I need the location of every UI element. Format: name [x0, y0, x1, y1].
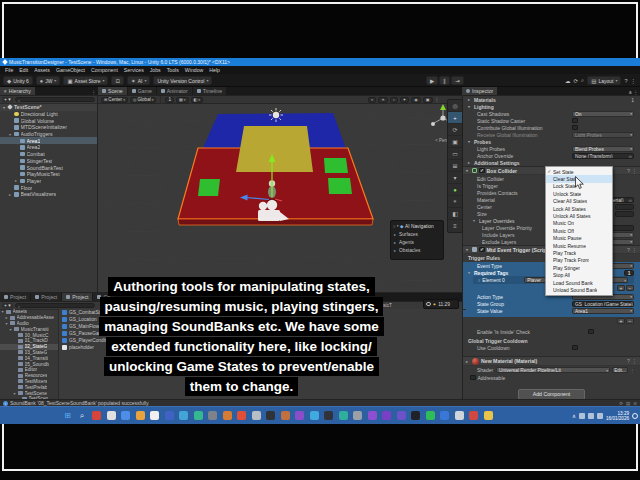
play-button[interactable]: ▶	[426, 76, 438, 85]
snap-settings-icon[interactable]: ▾	[448, 172, 462, 184]
menu-item-unlock-all-states[interactable]: Unlock All States	[546, 212, 612, 219]
taskbar-app-icon[interactable]	[455, 411, 464, 420]
mute-icon[interactable]: ⊘	[633, 401, 637, 406]
green-pad[interactable]	[198, 179, 220, 196]
project-file-gs-pausegame[interactable]: GS_PauseGame	[59, 330, 462, 337]
ai-navigation-overlay[interactable]: ≡ ▾ ◆ AI Navigation ▸Surfaces ▸Agents ▸O…	[390, 220, 444, 260]
hierarchy-item-testscene-[interactable]: ▾TestScene*	[0, 104, 97, 111]
pivot-button[interactable]: ⊞Center▾	[101, 97, 128, 103]
tray-network-icon[interactable]	[588, 413, 594, 419]
unity-hub-button[interactable]: ◆Unity 6	[3, 76, 33, 85]
kebab-menu-icon[interactable]: ⋮	[92, 90, 97, 95]
taskbar-app-icon[interactable]	[252, 411, 261, 420]
tab-hierarchy[interactable]: ≡Hierarchy	[0, 87, 36, 95]
box-collider-enabled-checkbox[interactable]: ✓	[479, 168, 485, 174]
taskbar-app-icon[interactable]	[368, 411, 377, 420]
taskbar-app-icon[interactable]	[92, 411, 101, 420]
snap-toggle-button[interactable]: ◧▾	[191, 97, 204, 103]
green-pad[interactable]	[324, 158, 348, 173]
window-titlebar[interactable]: MusicTransitionDesigner - TestScene - Wi…	[0, 58, 640, 66]
menu-item-component[interactable]: Component	[91, 67, 118, 73]
tab-project-1[interactable]: Project	[0, 293, 31, 301]
required-tags-count-field[interactable]: 1	[624, 270, 634, 276]
project-file-gs-playercondition[interactable]: GS_PlayerCondition	[59, 337, 462, 344]
chevron-down-icon[interactable]: ▾	[9, 327, 12, 332]
search-icon[interactable]: ⌕	[581, 77, 584, 84]
orientation-button[interactable]: ◎Global▾	[130, 97, 157, 103]
additional-settings-foldout[interactable]: ▸Additional Settings	[463, 159, 640, 166]
hierarchy-item-soundbanktest[interactable]: SoundBankTest	[0, 164, 97, 171]
menu-item-play-stinger[interactable]: Play Stinger	[546, 264, 612, 271]
menu-item-music-pause[interactable]: Music Pause	[546, 235, 612, 242]
hierarchy-item-stingertest[interactable]: StingerTest	[0, 158, 97, 165]
state-value-dropdown[interactable]: Area1	[572, 308, 634, 314]
use-cooldown-checkbox[interactable]	[572, 345, 578, 351]
taskbar-app-icon[interactable]	[382, 411, 391, 420]
refresh-icon[interactable]: ⟳	[574, 78, 579, 84]
project-file-gs-location[interactable]: GS_Location	[59, 316, 462, 323]
menu-item-load-sound-bank[interactable]: Load Sound Bank	[546, 279, 612, 286]
taskbar-app-icon[interactable]	[208, 411, 217, 420]
hierarchy-item-global-volume[interactable]: Global Volume	[0, 117, 97, 124]
gizmos-toggle-button[interactable]: ⌖	[368, 97, 376, 103]
static-shadow-caster-checkbox[interactable]	[572, 118, 578, 124]
grid-size-field[interactable]: 1	[165, 97, 174, 103]
chevron-down-icon[interactable]: ▾	[13, 391, 16, 396]
taskbar-app-icon[interactable]	[223, 411, 232, 420]
taskbar-app-icon[interactable]	[411, 411, 420, 420]
tab-console[interactable]: Console	[93, 293, 115, 301]
material-component-header[interactable]: ▸ New Material (Material) ?⋮	[463, 356, 640, 366]
hierarchy-item-area2[interactable]: Area2	[0, 144, 97, 151]
hierarchy-item-audiotriggers[interactable]: ▾AudioTriggers	[0, 131, 97, 138]
enable-inside-checkbox[interactable]	[588, 329, 594, 335]
hierarchy-item-beatvisualizers[interactable]: ▸BeatVisualizers	[0, 191, 97, 198]
help-icon[interactable]: ?	[624, 78, 627, 84]
notification-bell-icon[interactable]	[632, 413, 638, 419]
scene-effects-toggle[interactable]: ✦	[400, 97, 409, 103]
add-object-button[interactable]: + ▾	[2, 97, 13, 103]
menu-item-music-on[interactable]: Music On	[546, 220, 612, 227]
add-component-button[interactable]: Add Component	[518, 389, 586, 399]
kebab-menu-icon[interactable]: ⋮	[632, 247, 637, 253]
hierarchy-item-player[interactable]: ▸Player	[0, 178, 97, 185]
chevron-right-icon[interactable]: ▸	[5, 315, 8, 320]
rect-tool-icon[interactable]: ▭	[448, 148, 462, 160]
taskbar-app-icon[interactable]	[484, 411, 493, 420]
anchor-override-field[interactable]: None (Transform)	[572, 153, 634, 159]
transform-tool-icon[interactable]: ⊞	[448, 160, 462, 172]
taskbar-app-icon[interactable]	[353, 411, 362, 420]
ai-nav-obstacles[interactable]: ▸Obstacles	[393, 246, 441, 254]
scene-visibility-toggle[interactable]: ◉	[411, 97, 421, 103]
menu-item-play-track[interactable]: Play Track	[546, 249, 612, 256]
menu-item-music-off[interactable]: Music Off	[546, 227, 612, 234]
ai-nav-agents[interactable]: ▸Agents	[393, 238, 441, 246]
cast-shadows-dropdown[interactable]: On	[572, 111, 634, 117]
lock-icon[interactable]: a	[629, 90, 632, 95]
rotate-tool-icon[interactable]: ⟳	[448, 124, 462, 136]
hierarchy-item-directional-light[interactable]: Directional Light	[0, 111, 97, 118]
grid-toggle-button[interactable]: ▦▾	[176, 97, 189, 103]
light-gizmo[interactable]	[269, 108, 283, 122]
tray-expand-icon[interactable]: ∧	[572, 413, 576, 419]
chevron-down-icon[interactable]: ▾	[2, 105, 6, 110]
ai-nav-surfaces[interactable]: ▸Surfaces	[393, 230, 441, 238]
version-control-button[interactable]: Unity Version Control▾	[153, 76, 212, 85]
menu-item-stop-all[interactable]: Stop All	[546, 271, 612, 278]
menu-item-tools[interactable]: Tools	[167, 67, 179, 73]
menu-item-edit[interactable]: Edit	[19, 67, 28, 73]
taskbar-app-icon[interactable]	[121, 411, 130, 420]
taskbar-app-icon[interactable]	[440, 411, 449, 420]
tray-volume-icon[interactable]	[597, 413, 603, 419]
add-asset-button[interactable]: + ▾	[2, 303, 13, 309]
taskbar-app-icon[interactable]	[150, 411, 159, 420]
activity-icon[interactable]: ⟳	[619, 401, 623, 406]
taskbar-app-icon[interactable]	[136, 411, 145, 420]
taskbar-app-icon[interactable]	[397, 411, 406, 420]
green-pad[interactable]	[328, 178, 352, 194]
lighting-foldout[interactable]: ▾Lighting	[463, 103, 640, 110]
menu-item-help[interactable]: Help	[209, 67, 220, 73]
tab-game[interactable]: Game	[128, 87, 157, 95]
taskbar-app-icon[interactable]	[295, 411, 304, 420]
project-file-placeholder[interactable]: placeholder	[59, 344, 462, 351]
taskbar-app-icon[interactable]	[194, 411, 203, 420]
